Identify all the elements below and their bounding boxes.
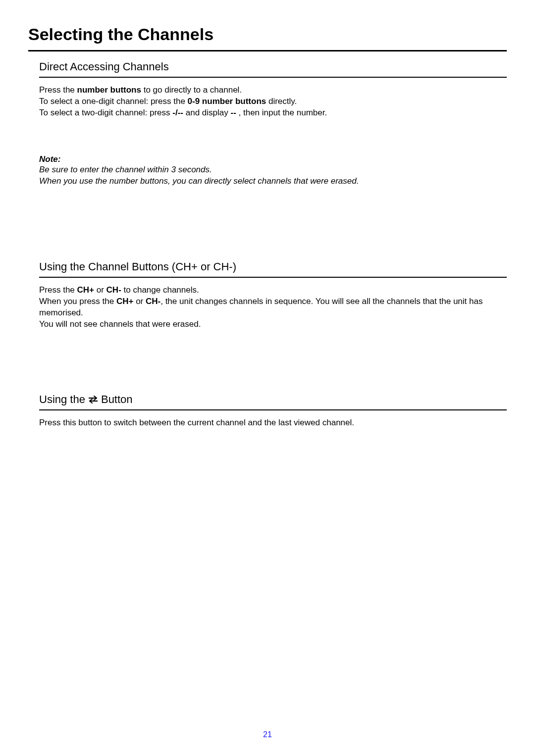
text-fragment: When you press the (39, 297, 116, 306)
heading-post: Button (101, 393, 133, 406)
text-fragment: directly. (266, 97, 297, 106)
page-number: 21 (0, 730, 535, 739)
swap-icon (87, 395, 100, 404)
section-swap-button: Using the Button Press this button to sw… (28, 393, 507, 429)
note-label: Note: (39, 154, 507, 164)
text-fragment: and display (183, 108, 230, 117)
text-bold-ch-plus: CH+ (77, 285, 94, 295)
text-fragment: to change channels. (121, 285, 199, 295)
direct-line-3: To select a two-digit channel: press -/-… (39, 107, 507, 119)
section-direct-accessing: Direct Accessing Channels Press the numb… (28, 60, 507, 187)
text-bold-ch-minus: CH- (107, 285, 121, 295)
text-bold-ch-plus-2: CH+ (116, 297, 133, 306)
subheading-direct-accessing: Direct Accessing Channels (39, 60, 507, 78)
direct-line-2: To select a one-digit channel: press the… (39, 96, 507, 107)
text-bold-dash-slash: -/-- (172, 108, 183, 117)
text-bold-number-buttons: number buttons (77, 85, 141, 95)
text-fragment: To select a one-digit channel: press the (39, 97, 188, 106)
chbtn-line-1: Press the CH+ or CH- to change channels. (39, 285, 507, 296)
subheading-swap-button: Using the Button (39, 393, 507, 410)
text-fragment: To select a two-digit channel: press (39, 108, 172, 117)
swap-body: Press this button to switch between the … (39, 417, 507, 429)
chbtn-line-2: When you press the CH+ or CH-, the unit … (39, 296, 507, 319)
text-bold-double-dash: -- (230, 108, 236, 117)
chbtn-line-3: You will not see channels that were eras… (39, 319, 507, 330)
text-fragment: , then input the number. (236, 108, 327, 117)
page-title: Selecting the Channels (28, 25, 507, 51)
note-line-1: Be sure to enter the channel within 3 se… (39, 164, 507, 176)
text-fragment: or (94, 285, 107, 295)
text-bold-0-9-buttons: 0-9 number buttons (188, 97, 267, 106)
section-channel-buttons: Using the Channel Buttons (CH+ or CH-) P… (28, 260, 507, 330)
subheading-channel-buttons: Using the Channel Buttons (CH+ or CH-) (39, 260, 507, 278)
heading-pre: Using the (39, 393, 85, 406)
text-fragment: to go directly to a channel. (141, 85, 242, 95)
text-fragment: Press the (39, 285, 77, 295)
text-fragment: Press the (39, 85, 77, 95)
direct-line-1: Press the number buttons to go directly … (39, 85, 507, 96)
text-fragment: or (133, 297, 146, 306)
text-bold-ch-minus-2: CH- (146, 297, 160, 306)
note-line-2: When you use the number buttons, you can… (39, 176, 507, 187)
